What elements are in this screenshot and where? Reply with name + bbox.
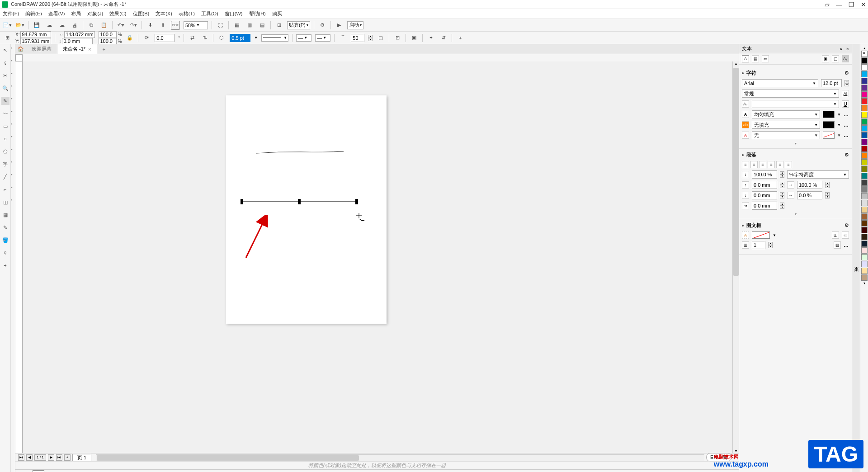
redo-icon[interactable]: ↷▾ (129, 21, 138, 30)
color-swatch[interactable] (861, 227, 868, 233)
transparency-tool-icon[interactable]: ▦ (1, 211, 9, 219)
artistic-media-icon[interactable]: 〰 (1, 109, 9, 118)
color-swatch[interactable] (861, 146, 868, 152)
color-swatch[interactable] (861, 57, 868, 64)
color-swatch[interactable] (861, 152, 868, 159)
no-color-icon[interactable] (861, 51, 868, 57)
flyout-marker-icon[interactable]: ▸ (11, 147, 15, 151)
text-opts1-icon[interactable]: ▣ (822, 55, 829, 62)
menu-help[interactable]: 帮助(H) (249, 10, 266, 17)
color-swatch[interactable] (861, 125, 868, 132)
docker-prev-icon[interactable]: « (840, 46, 842, 52)
line-spacing-spinners[interactable]: ▴▾ (780, 171, 784, 178)
zoom-tool-icon[interactable]: 🔍 (1, 84, 9, 92)
color-swatch[interactable] (861, 254, 868, 260)
effect2-icon[interactable]: ⇵ (439, 33, 448, 42)
wrap-text-icon[interactable]: ▣ (410, 33, 419, 42)
close-icon[interactable]: ✕ (861, 1, 866, 8)
scroll-up-icon[interactable]: ▴ (733, 61, 739, 67)
flyout-marker-icon[interactable]: ▸ (11, 84, 15, 88)
frame-fit-icon[interactable]: ◫ (832, 231, 839, 239)
color-swatch[interactable] (861, 268, 868, 274)
color-swatch[interactable] (861, 274, 868, 281)
color-swatch[interactable] (861, 213, 868, 220)
minimize-icon[interactable]: ― (836, 1, 842, 8)
lock-ratio-icon[interactable]: 🔒 (125, 33, 134, 42)
menu-window[interactable]: 窗口(W) (225, 10, 243, 17)
color-swatch[interactable] (861, 193, 868, 199)
color-swatch[interactable] (861, 105, 868, 111)
docker-close-icon[interactable]: × (846, 46, 849, 52)
crop-tool-icon[interactable]: ✂ (1, 71, 9, 80)
vertical-scroll-thumb[interactable] (733, 68, 739, 276)
page-count-button[interactable]: 1 / 1 (34, 454, 46, 461)
fullscreen-icon[interactable]: ⛶ (216, 21, 225, 30)
section-gear-icon[interactable]: ⚙ (844, 222, 849, 228)
last-page-button[interactable]: ⏭ (56, 454, 62, 461)
color-swatch[interactable] (861, 132, 868, 138)
prev-page-button[interactable]: ◀ (26, 454, 33, 461)
color-swatch[interactable] (861, 71, 868, 77)
menu-buy[interactable]: 购买 (272, 10, 282, 17)
menu-edit[interactable]: 编辑(E) (25, 10, 42, 17)
space-after-pct-input[interactable] (797, 181, 822, 189)
underline-toggle-icon[interactable]: U (842, 100, 849, 108)
color-swatch[interactable] (861, 118, 868, 125)
tab-home[interactable]: 🏠 (15, 44, 26, 54)
color-swatch[interactable] (861, 98, 868, 104)
canvas[interactable] (23, 61, 732, 453)
flyout-marker-icon[interactable]: ▸ (11, 109, 15, 113)
font-size-input[interactable] (821, 79, 842, 87)
indent-spinners[interactable]: ▴▾ (780, 203, 784, 209)
line-spacing-input[interactable] (752, 170, 777, 179)
fill-more-icon[interactable]: … (844, 112, 849, 117)
after2-spinners[interactable]: ▴▾ (825, 192, 830, 198)
align-none-icon[interactable]: ≡ (742, 161, 749, 168)
text-mode-frame-icon[interactable]: ▭ (762, 55, 769, 62)
bg-nocolor-swatch[interactable] (823, 132, 835, 139)
undo-icon[interactable]: ↶▾ (116, 21, 125, 30)
indent-input[interactable] (752, 202, 777, 210)
import-icon[interactable]: ⬇ (146, 21, 155, 30)
palette-up-icon[interactable]: ▴ (863, 46, 865, 50)
flyout-marker-icon[interactable]: ▸ (11, 185, 15, 189)
color-swatch[interactable] (861, 179, 868, 186)
flyout-marker-icon[interactable]: ▸ (11, 173, 15, 176)
vertical-scrollbar[interactable]: ▴ ▾ (732, 61, 739, 453)
shape-tool-icon[interactable]: ⤹ (1, 59, 9, 67)
effect1-icon[interactable]: ✦ (426, 33, 435, 42)
flyout-marker-icon[interactable]: ▸ (11, 135, 15, 138)
flyout-marker-icon[interactable]: ▸ (11, 160, 15, 164)
tab-document[interactable]: 未命名 -1*× (57, 44, 97, 54)
ruler-origin[interactable] (15, 54, 23, 61)
color-swatch[interactable] (861, 159, 868, 165)
color-swatch[interactable] (861, 112, 868, 118)
pdf-export-icon[interactable]: PDF (171, 21, 180, 30)
color-swatch[interactable] (861, 78, 868, 84)
space-after2-input[interactable] (797, 191, 822, 199)
polygon-tool-icon[interactable]: ⬠ (1, 147, 9, 156)
align-center-icon[interactable]: ≡ (759, 161, 766, 168)
text-tool-icon[interactable]: 字 (1, 160, 9, 168)
flyout-marker-icon[interactable]: ▸ (11, 198, 15, 202)
menu-bitmap[interactable]: 位图(B) (133, 10, 150, 17)
menu-layout[interactable]: 布局 (71, 10, 81, 17)
cloud-up-icon[interactable]: ☁ (45, 21, 54, 30)
flyout-marker-icon[interactable]: ▸ (11, 71, 15, 75)
open-icon[interactable]: 📂▾ (15, 21, 24, 30)
font-dropdown[interactable]: Arial▼ (742, 79, 818, 87)
add-page-button[interactable]: + (64, 454, 71, 461)
columns-spinners[interactable]: ▴▾ (768, 242, 773, 248)
align-justify-icon[interactable]: ≡ (776, 161, 783, 168)
page-tab[interactable]: 页 1 (72, 454, 91, 461)
connector-tool-icon[interactable]: ⌐ (1, 185, 9, 194)
smoothing-input[interactable] (351, 34, 364, 42)
column-layout-icon[interactable]: ▥ (834, 241, 841, 249)
outline-more-icon[interactable]: … (844, 122, 849, 127)
save-icon[interactable]: 💾 (32, 21, 41, 30)
color-swatch[interactable] (861, 173, 868, 179)
menu-table[interactable]: 表格(T) (179, 10, 195, 17)
space-before-spinners[interactable]: ▴▾ (780, 182, 784, 188)
export-icon[interactable]: ⬆ (158, 21, 167, 30)
text-opts3-icon[interactable]: Aₐ (842, 55, 849, 62)
